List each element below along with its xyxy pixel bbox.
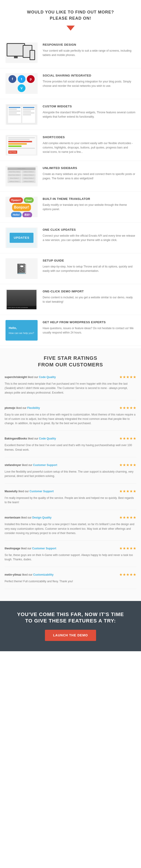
- feature-title-translator: BUILT-IN THEME TRANSLATOR: [43, 197, 136, 201]
- feature-content-translator: BUILT-IN THEME TRANSLATOR Easily modify …: [43, 197, 136, 212]
- feature-content-updates: ONE CLICK UPDATES Connect your website w…: [43, 227, 136, 242]
- review-item-3: stefandreyer liked our Customer Support …: [5, 462, 136, 484]
- header-question: WOULD YOU LIKE TO FIND OUT MORE?: [5, 9, 136, 15]
- feature-desc-updates: Connect your website with the official E…: [43, 234, 136, 242]
- feature-content-help: GET HELP FROM WORDPRESS EXPERTS Have que…: [43, 320, 136, 335]
- facebook-icon: f: [8, 75, 16, 83]
- reviewer-name-0: superchrisknight liked our Code Quality: [5, 375, 56, 379]
- review-item-7: metin-yilmaz liked our Customizability ★…: [5, 572, 136, 589]
- feature-image-help: Hello, How can we help you?: [5, 320, 38, 341]
- translator-mockup: Привет! Ciao! Bonjour! Hello! 您好!: [7, 197, 37, 217]
- feature-image-updates: updates: [5, 227, 38, 248]
- feature-image-sidebars: Default Sidebar Default Sticky Sidebar A…: [5, 166, 38, 186]
- review-stars-0: ★★★★★: [119, 374, 136, 380]
- review-stars-6: ★★★★★: [119, 546, 136, 551]
- review-stars-7: ★★★★★: [119, 572, 136, 578]
- review-header-0: superchrisknight liked our Code Quality …: [5, 374, 136, 380]
- review-stars-3: ★★★★★: [119, 462, 136, 468]
- feature-shortcodes: BUTTON SHORTCODES Add complex elements t…: [0, 130, 141, 161]
- review-text-2: Excellent theme! One of the best I've ev…: [5, 443, 136, 452]
- feature-title-demo: ONE-CLICK DEMO IMPORT: [43, 289, 136, 294]
- review-item-4: Maswiully liked our Customer Support ★★★…: [5, 489, 136, 510]
- feature-image-social: f t p V: [5, 73, 38, 94]
- feature-content-responsive: RESPONSIVE DESIGN Your content will scal…: [43, 42, 136, 57]
- down-arrow-icon: [67, 26, 75, 31]
- feature-translator: Привет! Ciao! Bonjour! Hello! 您好! BUILT-…: [0, 192, 141, 222]
- review-item-0: superchrisknight liked our Code Quality …: [5, 374, 136, 400]
- feature-content-sidebars: UNLIMITED SIDEBARS Create as many sideba…: [43, 166, 136, 181]
- monitor-icon: [7, 43, 25, 56]
- feature-image-responsive: [5, 42, 38, 63]
- review-header-5: mortentxam liked our Design Quality ★★★★…: [5, 515, 136, 520]
- widget-col-1: [8, 106, 21, 123]
- cta-section: YOU'VE COME THIS FAR, NOW IT'S TIME TO G…: [0, 601, 141, 651]
- responsive-mockup: [7, 43, 37, 63]
- review-header-7: metin-yilmaz liked our Customizability ★…: [5, 572, 136, 578]
- feature-updates: updates ONE CLICK UPDATES Connect your w…: [0, 222, 141, 253]
- feature-social: f t p V SOCIAL SHARING INTEGRATED Throne…: [0, 68, 141, 99]
- feature-content-demo: ONE-CLICK DEMO IMPORT Demo content is in…: [43, 289, 136, 304]
- widget-mockup: [7, 105, 37, 124]
- feature-desc-responsive: Your content will scale perfectly to sui…: [43, 49, 136, 57]
- reviewer-name-1: ptxmojo liked our Flexibility: [5, 406, 40, 410]
- ratings-section: FIVE STAR RATINGS FROM OUR CUSTOMERS sup…: [0, 348, 141, 601]
- feature-content-setup: SETUP GUIDE Learn step-by-step, how to s…: [43, 258, 136, 273]
- feature-responsive: RESPONSIVE DESIGN Your content will scal…: [0, 37, 141, 68]
- feature-content-shortcodes: SHORTCODES Add complex elements to your …: [43, 135, 136, 154]
- review-item-6: theohnpage liked our Customer Support ★★…: [5, 546, 136, 567]
- launch-demo-button[interactable]: LAUNCH THE DEMO: [45, 630, 96, 641]
- bubble-french: Ciao!: [24, 197, 34, 203]
- review-text-6: So far, these guys are on their A-Game w…: [5, 553, 136, 562]
- review-header-2: BakingandBooks liked our Code Quality ★★…: [5, 436, 136, 441]
- features-section: RESPONSIVE DESIGN Your content will scal…: [0, 35, 141, 348]
- widget-mock-inner: [8, 106, 35, 123]
- feature-title-shortcodes: SHORTCODES: [43, 135, 136, 140]
- feature-desc-demo: Demo content is included, so you get a w…: [43, 296, 136, 304]
- reviewer-name-4: Maswiully liked our Customer Support: [5, 489, 54, 493]
- review-header-3: stefandreyer liked our Customer Support …: [5, 462, 136, 468]
- feature-sidebars: Default Sidebar Default Sticky Sidebar A…: [0, 161, 141, 192]
- review-item-5: mortentxam liked our Design Quality ★★★★…: [5, 515, 136, 541]
- feature-desc-sidebars: Create as many sidebars as you need and …: [43, 172, 136, 181]
- twitter-icon: t: [18, 75, 25, 83]
- review-text-4: I'm really impressed by the quality of t…: [5, 496, 136, 504]
- feature-desc-widgets: Alongside the standard WordPress widgets…: [43, 110, 136, 119]
- feature-title-sidebars: UNLIMITED SIDEBARS: [43, 166, 136, 170]
- vimeo-icon: V: [18, 84, 25, 92]
- feature-desc-help: Have questions, issues or feature ideas?…: [43, 326, 136, 335]
- feature-desc-translator: Easily modify or translate any text on y…: [43, 203, 136, 212]
- bubble-chinese: 您好!: [22, 212, 32, 217]
- feature-title-widgets: CUSTOM WIDGETS: [43, 104, 136, 109]
- update-now-mockup: updates: [7, 228, 37, 248]
- review-header-6: theohnpage liked our Customer Support ★★…: [5, 546, 136, 551]
- feature-image-translator: Привет! Ciao! Bonjour! Hello! 您好!: [5, 197, 38, 217]
- feature-desc-setup: Learn step-by-step, how to setup Throne …: [43, 265, 136, 273]
- update-now-button[interactable]: updates: [9, 233, 33, 243]
- demo-overlay-text: Lorem ipsum sit amet consectutur: [7, 306, 37, 309]
- review-header-4: Maswiully liked our Customer Support ★★★…: [5, 489, 136, 494]
- pinterest-icon: p: [27, 75, 34, 83]
- feature-widgets: CUSTOM WIDGETS Alongside the standard Wo…: [0, 99, 141, 130]
- reviewer-name-2: BakingandBooks liked our Code Quality: [5, 436, 56, 441]
- monitor-base-icon: [14, 56, 18, 58]
- feature-help: Hello, How can we help you? GET HELP FRO…: [0, 315, 141, 346]
- reviewer-name-6: theohnpage liked our Customer Support: [5, 547, 56, 551]
- bubble-bonjour: Bonjour!: [12, 204, 31, 211]
- help-chat-bubble: Hello, How can we help you?: [5, 320, 38, 341]
- sidebar-mockup: Default Sidebar Default Sticky Sidebar A…: [7, 166, 37, 186]
- review-text-7: Perfect theme! Full customizability and …: [5, 579, 136, 584]
- feature-image-demo: Lorem ipsum sit amet consectutur: [5, 289, 38, 310]
- feature-title-setup: SETUP GUIDE: [43, 258, 136, 263]
- reviewer-name-3: stefandreyer liked our Customer Support: [5, 463, 57, 467]
- cta-title: YOU'VE COME THIS FAR, NOW IT'S TIME TO G…: [7, 611, 134, 624]
- feature-title-updates: ONE CLICK UPDATES: [43, 227, 136, 232]
- review-text-0: This is the second meks template that I'…: [5, 382, 136, 395]
- help-chat-greeting: Hello,: [9, 326, 17, 330]
- header-section: WOULD YOU LIKE TO FIND OUT MORE? PLEASE …: [0, 0, 141, 35]
- shortcode-button-mock: BUTTON: [8, 151, 17, 154]
- review-header-1: ptxmojo liked our Flexibility ★★★★★: [5, 405, 136, 411]
- reviewer-name-7: metin-yilmaz liked our Customizability: [5, 572, 53, 577]
- review-text-5: Installed this theme a few days ago for …: [5, 522, 136, 535]
- review-item-1: ptxmojo liked our Flexibility ★★★★★ Easy…: [5, 405, 136, 431]
- feature-image-setup: 📓: [5, 258, 38, 279]
